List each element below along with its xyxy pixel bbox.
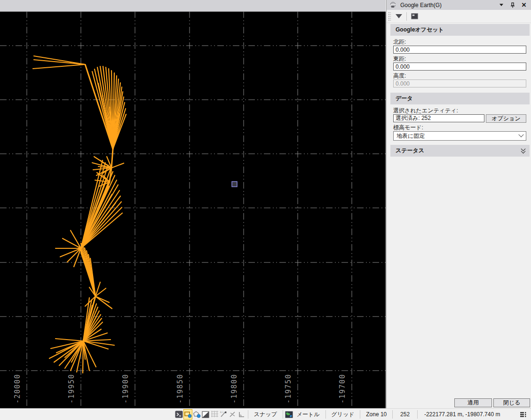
statusbar-separator xyxy=(248,410,248,419)
units-cell[interactable]: メートル xyxy=(285,411,324,419)
segment-edit-toggle[interactable] xyxy=(228,409,237,420)
statusbar-options-button[interactable] xyxy=(518,409,527,420)
northing-label: 北距: xyxy=(393,38,406,46)
elevation-mode-select[interactable]: 地表に固定 xyxy=(393,131,526,141)
ortho-mode-toggle[interactable] xyxy=(237,409,246,420)
panel-titlebar[interactable]: Google Earth(G) ✕ xyxy=(387,0,531,10)
section-title: Googleオフセット xyxy=(390,26,444,34)
options-button[interactable]: オプション xyxy=(486,114,526,123)
svg-text:0.1: 0.1 xyxy=(220,411,223,413)
elevation-mode-value: 地表に固定 xyxy=(396,132,425,140)
grid-toggle[interactable]: グリッド xyxy=(327,411,358,419)
axis-label: -19750 xyxy=(284,374,293,404)
fill-mode-toggle[interactable] xyxy=(201,409,210,420)
chevron-down-icon xyxy=(518,132,523,137)
fly-to-button[interactable] xyxy=(394,12,404,21)
canvas-top-strip xyxy=(0,0,386,12)
polygon-snap-toggle[interactable] xyxy=(192,409,201,420)
statusbar-separator xyxy=(360,410,360,419)
toolbar-grip[interactable] xyxy=(388,12,391,21)
send-to-google-earth-button[interactable] xyxy=(409,12,420,21)
section-header-status[interactable]: ステータス xyxy=(390,145,530,157)
axis-label: -19950 xyxy=(67,374,76,404)
label-line-icon: 0.1 xyxy=(220,411,228,418)
zone-indicator[interactable]: Zone 10 xyxy=(362,411,390,418)
toolbar-separator xyxy=(406,12,407,21)
pin-icon xyxy=(510,2,515,8)
application-window: -20000-19950-19900-19850-19800-19750-197… xyxy=(0,0,531,420)
selection-square xyxy=(232,182,237,187)
statusbar-spacer xyxy=(0,409,174,420)
divided-line-icon xyxy=(229,411,237,418)
selected-entities-label: 選択されたエンティティ: xyxy=(393,107,458,115)
panel-close-button[interactable]: ✕ xyxy=(520,1,528,9)
command-prompt-icon xyxy=(175,411,183,418)
caret-down-icon xyxy=(499,4,503,6)
world-map-icon xyxy=(285,411,293,418)
canvas-background xyxy=(0,11,386,408)
altitude-label: 高度: xyxy=(393,72,406,80)
pentagon-snap-icon xyxy=(193,411,201,418)
survey-drawing[interactable]: -20000-19950-19900-19850-19800-19750-197… xyxy=(0,0,386,408)
section-header-google-offset[interactable]: Googleオフセット xyxy=(390,24,530,36)
status-bar: 0.1 スナップ メートル xyxy=(0,408,531,420)
list-grip-icon xyxy=(520,411,526,418)
axis-label: -20000 xyxy=(13,374,22,404)
right-angle-icon xyxy=(238,411,245,418)
google-earth-panel: Google Earth(G) ✕ xyxy=(386,0,531,408)
coordinate-readout: -222177.281 m, -19807.740 m xyxy=(420,411,518,418)
contrast-square-icon xyxy=(202,411,209,418)
grid-display-toggle[interactable] xyxy=(210,409,219,420)
axis-label: -19700 xyxy=(338,374,347,404)
panel-toolbar xyxy=(387,10,531,23)
axis-label: -19900 xyxy=(121,374,130,404)
easting-field[interactable] xyxy=(393,63,526,71)
apply-button[interactable]: 適用 xyxy=(454,398,492,407)
easting-label: 東距: xyxy=(393,55,406,63)
altitude-field xyxy=(393,79,526,87)
annotation-edit-toggle[interactable]: 0.1 xyxy=(219,409,228,420)
northing-field[interactable] xyxy=(393,46,526,54)
survey-shot-line xyxy=(83,341,83,373)
chevron-double-down-icon xyxy=(516,149,525,153)
command-line-toggle[interactable] xyxy=(174,409,183,420)
entity-snap-toggle[interactable] xyxy=(183,409,192,420)
axis-label: -19800 xyxy=(230,374,238,404)
grid-icon xyxy=(211,411,219,418)
statusbar-separator xyxy=(417,410,418,419)
statusbar-separator xyxy=(392,410,393,419)
triangle-down-icon xyxy=(395,14,403,19)
selected-entities-field[interactable] xyxy=(393,114,484,122)
close-button[interactable]: 閉じる xyxy=(493,398,530,407)
axis-label: -19850 xyxy=(176,374,184,404)
statusbar-separator xyxy=(283,410,283,419)
units-label: メートル xyxy=(293,411,324,419)
rectangle-snap-icon xyxy=(184,411,192,418)
close-icon: ✕ xyxy=(522,2,527,8)
section-title: ステータス xyxy=(390,147,424,155)
panel-menu-button[interactable] xyxy=(497,1,506,9)
snap-toggle[interactable]: スナップ xyxy=(250,411,281,419)
section-header-data[interactable]: データ xyxy=(390,93,530,104)
panel-title: Google Earth(G) xyxy=(400,2,494,8)
cad-viewport[interactable]: -20000-19950-19900-19850-19800-19750-197… xyxy=(0,0,386,408)
statusbar-separator xyxy=(325,410,326,419)
elevation-mode-label: 標高モード: xyxy=(393,124,423,132)
google-earth-globe-icon xyxy=(389,1,396,8)
screen-icon xyxy=(411,13,418,19)
section-title: データ xyxy=(390,95,413,103)
selection-count: 252 xyxy=(395,411,415,418)
panel-pin-button[interactable] xyxy=(508,1,517,9)
